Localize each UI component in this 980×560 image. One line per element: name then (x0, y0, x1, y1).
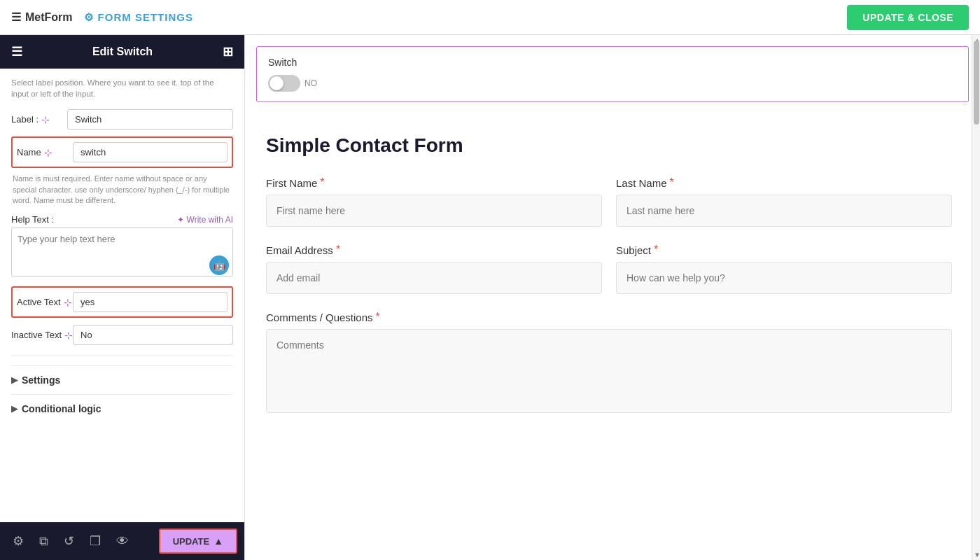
switch-preview-section: Switch NO (256, 46, 969, 102)
inactive-move-icon: ⊹ (64, 330, 73, 341)
write-ai-label: Write with AI (187, 215, 233, 225)
preview-icon-button[interactable]: 👁 (111, 530, 134, 553)
history-icon-button[interactable]: ↺ (58, 529, 80, 553)
label-move-icon: ⊹ (41, 114, 50, 125)
layers-icon-button[interactable]: ⧉ (34, 530, 54, 553)
email-text: Email Address (266, 244, 333, 256)
comments-text: Comments / Questions (266, 312, 373, 323)
top-nav: ☰ MetForm ⚙ FORM SETTINGS UPDATE & CLOSE (0, 0, 980, 35)
ai-sparkle-icon: ✦ (177, 215, 184, 225)
conditional-logic-section: ▶ Conditional logic (11, 394, 233, 423)
settings-section: ▶ Settings (11, 365, 233, 394)
first-name-input[interactable] (266, 195, 602, 227)
comments-textarea[interactable] (266, 329, 952, 413)
update-button[interactable]: UPDATE ▲ (159, 528, 237, 554)
toggle-no-label: NO (304, 78, 317, 88)
scroll-down-arrow[interactable]: ▼ (972, 550, 980, 560)
last-name-text: Last Name (616, 177, 667, 189)
subject-group: Subject * (616, 244, 952, 294)
duplicate-icon-button[interactable]: ❐ (84, 529, 106, 553)
name-text: Name (17, 147, 41, 158)
name-field-label: Name ⊹ (17, 147, 73, 158)
active-move-icon: ⊹ (64, 297, 72, 308)
inactive-text-title: Inactive Text (11, 330, 62, 340)
name-input[interactable] (73, 142, 227, 162)
email-input[interactable] (266, 262, 602, 294)
settings-label: FORM SETTINGS (98, 11, 193, 23)
inactive-text-label: Inactive Text ⊹ (11, 330, 73, 341)
toggle-track[interactable] (268, 75, 300, 92)
email-required: * (336, 244, 340, 256)
help-text-title: Help Text : (11, 214, 54, 225)
form-row-2: Email Address * Subject * (266, 244, 952, 294)
name-field-row: Name ⊹ (17, 142, 227, 162)
sidebar-header: ☰ Edit Switch ⊞ (0, 35, 244, 69)
grid-icon[interactable]: ⊞ (223, 44, 233, 59)
settings-icon-button[interactable]: ⚙ (7, 529, 29, 553)
help-textarea-wrapper: 🤖 (11, 227, 233, 279)
name-field-wrapper: Name ⊹ (11, 136, 233, 168)
chevron-up-icon: ▲ (214, 536, 223, 547)
form-settings-link[interactable]: ⚙ FORM SETTINGS (84, 11, 193, 24)
active-text-row: Active Text ⊹ (17, 292, 227, 312)
menu-icon: ☰ (11, 10, 21, 24)
email-label: Email Address * (266, 244, 602, 256)
sidebar: ☰ Edit Switch ⊞ Select label position. W… (0, 35, 245, 560)
update-label: UPDATE (173, 536, 209, 547)
form-title: Simple Contact Form (266, 134, 952, 157)
settings-header[interactable]: ▶ Settings (11, 374, 233, 386)
switch-toggle-wrapper: NO (268, 75, 957, 92)
top-nav-left: ☰ MetForm ⚙ FORM SETTINGS (11, 10, 193, 24)
active-text-label: Active Text ⊹ (17, 297, 73, 308)
form-row-1: First Name * Last Name * (266, 176, 952, 227)
last-name-group: Last Name * (616, 176, 952, 227)
label-input[interactable] (67, 109, 233, 130)
hamburger-icon[interactable]: ☰ (11, 44, 22, 59)
brand: ☰ MetForm (11, 10, 73, 24)
active-text-input[interactable] (73, 292, 227, 312)
scroll-thumb[interactable] (974, 41, 979, 125)
first-name-required: * (320, 176, 324, 189)
form-content: Simple Contact Form First Name * Last Na… (245, 113, 980, 461)
email-group: Email Address * (266, 244, 602, 294)
label-field-label: Label : ⊹ (11, 114, 67, 125)
first-name-group: First Name * (266, 176, 602, 227)
last-name-label: Last Name * (616, 176, 952, 189)
conditional-arrow-icon: ▶ (11, 404, 18, 414)
switch-preview-label: Switch (268, 57, 957, 68)
subject-required: * (654, 244, 658, 256)
update-close-button[interactable]: UPDATE & CLOSE (847, 5, 969, 30)
active-field-wrapper: Active Text ⊹ (11, 286, 233, 318)
conditional-logic-header[interactable]: ▶ Conditional logic (11, 403, 233, 414)
last-name-input[interactable] (616, 195, 952, 227)
comments-label: Comments / Questions * (266, 311, 952, 323)
settings-arrow-icon: ▶ (11, 375, 18, 385)
label-field-row: Label : ⊹ (11, 109, 233, 130)
comments-required: * (376, 311, 380, 323)
subject-text: Subject (616, 244, 651, 256)
label-text: Label : (11, 114, 38, 125)
help-text-label: Help Text : ✦ Write with AI (11, 214, 233, 225)
last-name-required: * (670, 176, 674, 189)
first-name-label: First Name * (266, 176, 602, 189)
sidebar-bottom-bar: ⚙ ⧉ ↺ ❐ 👁 UPDATE ▲ (0, 522, 244, 560)
scrollbar: ▲ ▼ (972, 35, 980, 560)
help-textarea[interactable] (11, 227, 233, 276)
conditional-logic-label: Conditional logic (22, 403, 102, 414)
gear-icon: ⚙ (84, 11, 94, 24)
first-name-text: First Name (266, 177, 317, 189)
sidebar-title: Edit Switch (92, 46, 153, 58)
form-row-3: Comments / Questions * (266, 311, 952, 416)
comments-group: Comments / Questions * (266, 311, 952, 416)
right-content: Switch NO Simple Contact Form First Name… (245, 35, 980, 560)
main-layout: ☰ Edit Switch ⊞ Select label position. W… (0, 35, 980, 560)
write-ai-button[interactable]: ✦ Write with AI (177, 215, 233, 225)
name-move-icon: ⊹ (44, 147, 52, 158)
help-text-row: Help Text : ✦ Write with AI 🤖 (11, 214, 233, 279)
sidebar-content: Select label position. Where you want to… (0, 69, 244, 522)
inactive-text-input[interactable] (73, 325, 233, 345)
subject-input[interactable] (616, 262, 952, 294)
subject-label: Subject * (616, 244, 952, 256)
label-position-hint: Select label position. Where you want to… (11, 77, 233, 99)
settings-label: Settings (22, 374, 60, 386)
